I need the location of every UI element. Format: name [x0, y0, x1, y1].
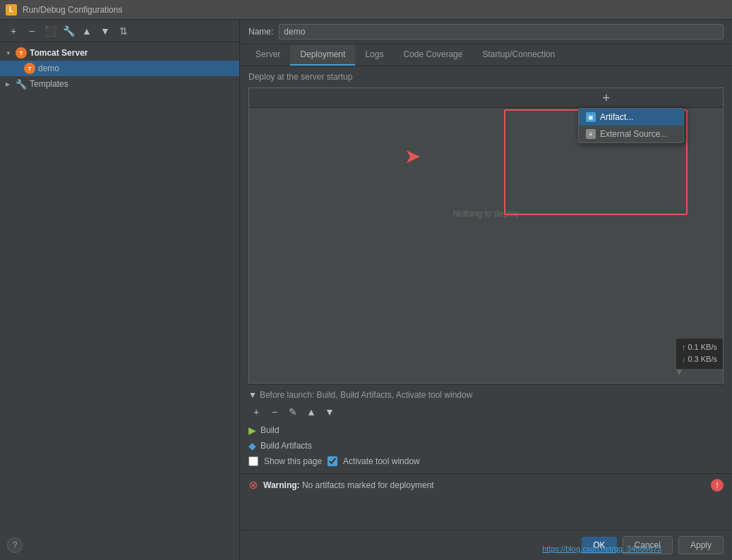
demo-label: demo [38, 63, 59, 73]
download-speed: ↓ 0.3 KB/s [682, 353, 717, 366]
move-down-button[interactable]: ▼ [97, 23, 113, 39]
before-launch-toolbar: + − ✎ ▲ ▼ [248, 401, 724, 422]
expand-arrow-tomcat: ▼ [6, 50, 13, 56]
download-speed-value: 0.3 KB/s [688, 355, 717, 363]
before-launch-remove-button[interactable]: − [267, 404, 282, 420]
speed-indicator: ↑ 0.1 KB/s ↓ 0.3 KB/s [676, 339, 723, 369]
tomcat-icon: T [16, 47, 27, 59]
warning-text: Warning: No artifacts marked for deploym… [263, 480, 434, 490]
artifact-option[interactable]: ▣ Artifact... [579, 109, 683, 126]
tab-startup[interactable]: Startup/Connection [472, 44, 565, 66]
upload-speed: ↑ 0.1 KB/s [682, 341, 717, 354]
show-page-checkbox[interactable] [248, 456, 258, 466]
help-button[interactable]: ? [7, 537, 23, 553]
tab-server[interactable]: Server [246, 44, 290, 66]
deploy-header: Deploy at the server startup [240, 66, 732, 87]
url-bar: https://blog.csdn.net/qq_34566673 [542, 544, 661, 553]
move-up-button[interactable]: ▲ [79, 23, 95, 39]
activate-tool-checkbox[interactable] [328, 456, 337, 466]
content-area: Name: Server Deployment Logs Code Covera… [240, 20, 732, 560]
config-tree: ▼ T Tomcat Server T demo ▶ 🔧 Templates [0, 42, 239, 560]
warning-detail-button[interactable]: ! [711, 479, 724, 492]
artifact-dropdown: ▣ Artifact... ≡ External Source... [578, 108, 684, 143]
warning-bar: ⊗ Warning: No artifacts marked for deplo… [240, 473, 732, 496]
deployment-panel: Deploy at the server startup + ▣ Artifac… [240, 66, 732, 530]
upload-arrow-icon: ↑ [682, 343, 686, 351]
templates-label: Templates [30, 79, 68, 89]
tabs-bar: Server Deployment Logs Code Coverage Sta… [240, 44, 732, 66]
remove-config-button[interactable]: − [24, 23, 40, 39]
build-artifacts-icon: ◆ [248, 440, 256, 451]
build-launch-item: ▶ Build [248, 422, 724, 438]
title-bar: L Run/Debug Configurations [0, 0, 732, 20]
apply-button[interactable]: Apply [678, 536, 724, 554]
download-arrow-icon: ↓ [682, 355, 686, 363]
tab-deployment[interactable]: Deployment [290, 44, 355, 66]
title-bar-text: Run/Debug Configurations [23, 5, 122, 15]
deploy-area-toolbar: + [249, 88, 723, 108]
show-page-row: Show this page Activate tool window [248, 454, 724, 469]
before-launch-edit-button[interactable]: ✎ [285, 404, 301, 420]
sidebar: + − ⬛ 🔧 ▲ ▼ ⇅ ▼ T Tomcat Server T demo ▶ [0, 20, 240, 560]
before-launch-section: ▼ Before launch: Build, Build Artifacts,… [248, 384, 724, 473]
name-input[interactable] [279, 24, 724, 39]
before-launch-title: Before launch: Build, Build Artifacts, A… [260, 390, 473, 400]
sidebar-item-tomcat[interactable]: ▼ T Tomcat Server [0, 45, 239, 61]
build-label: Build [260, 425, 280, 435]
artifact-icon: ▣ [586, 112, 596, 122]
build-artifacts-label: Build Artifacts [260, 441, 312, 451]
show-page-label: Show this page [264, 456, 322, 466]
name-label: Name: [248, 27, 273, 37]
before-launch-header[interactable]: ▼ Before launch: Build, Build Artifacts,… [248, 389, 724, 401]
build-artifacts-launch-item: ◆ Build Artifacts [248, 438, 724, 454]
external-source-icon: ≡ [586, 129, 596, 139]
add-deployment-button[interactable]: + [602, 91, 610, 106]
warning-icon: ⊗ [248, 478, 258, 492]
demo-icon: T [24, 63, 35, 74]
templates-icon: 🔧 [16, 78, 27, 90]
before-launch-arrow: ▼ [248, 390, 257, 400]
before-launch-add-button[interactable]: + [248, 404, 264, 420]
settings-button[interactable]: 🔧 [61, 23, 76, 39]
name-row: Name: [240, 20, 732, 44]
external-source-label: External Source... [600, 129, 667, 139]
tomcat-label: Tomcat Server [30, 48, 88, 58]
sort-button[interactable]: ⇅ [116, 23, 131, 39]
before-launch-down-button[interactable]: ▼ [322, 404, 337, 420]
artifact-label: Artifact... [600, 112, 633, 122]
add-config-button[interactable]: + [6, 23, 21, 39]
before-launch-up-button[interactable]: ▲ [304, 404, 319, 420]
sidebar-toolbar: + − ⬛ 🔧 ▲ ▼ ⇅ [0, 20, 239, 42]
expand-arrow-templates: ▶ [6, 81, 13, 87]
upload-speed-value: 0.1 KB/s [688, 343, 717, 351]
external-source-option[interactable]: ≡ External Source... [579, 126, 683, 142]
build-icon: ▶ [248, 425, 256, 436]
remove-deploy-button[interactable]: ▼ [674, 366, 684, 377]
pointer-arrow: ➤ [404, 145, 421, 168]
sidebar-item-templates[interactable]: ▶ 🔧 Templates [0, 76, 239, 92]
app-icon: L [6, 4, 17, 16]
deploy-area: + ▣ Artifact... ≡ External Source... [248, 87, 724, 384]
tab-logs[interactable]: Logs [355, 44, 393, 66]
copy-config-button[interactable]: ⬛ [42, 23, 58, 39]
tab-coverage[interactable]: Code Coverage [393, 44, 472, 66]
activate-tool-label: Activate tool window [343, 456, 420, 466]
sidebar-item-demo[interactable]: T demo [0, 61, 239, 76]
